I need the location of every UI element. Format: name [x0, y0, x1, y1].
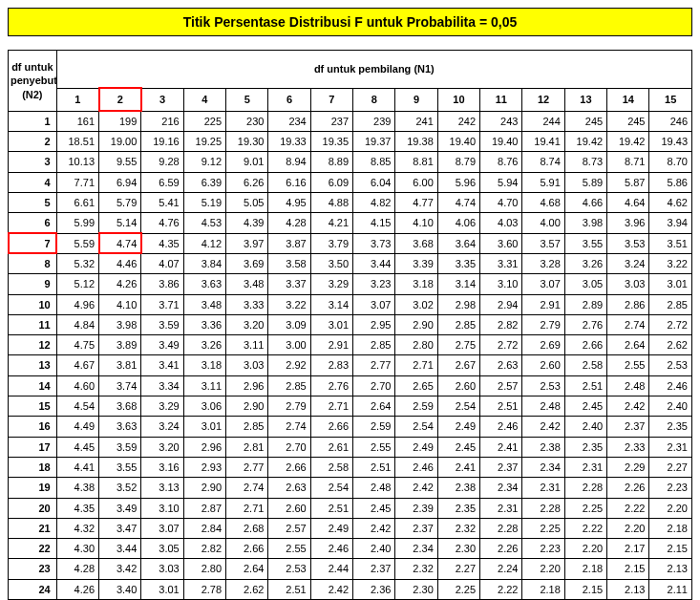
cell: 4.74: [99, 233, 141, 253]
cell: 2.90: [183, 478, 225, 498]
cell: 4.28: [56, 559, 98, 579]
col-header-4: 4: [183, 88, 225, 111]
cell: 2.33: [607, 437, 649, 457]
cell: 2.53: [522, 375, 564, 396]
cell: 2.20: [522, 559, 564, 579]
cell: 4.12: [183, 233, 225, 253]
cell: 4.88: [310, 193, 352, 213]
cell: 9.01: [226, 152, 268, 172]
cell: 3.44: [99, 539, 141, 559]
cell: 2.22: [607, 498, 649, 518]
row-key-22: 22: [9, 539, 57, 559]
cell: 3.44: [353, 253, 395, 273]
cell: 2.90: [395, 314, 437, 334]
col-header-2: 2: [99, 88, 141, 111]
cell: 2.71: [310, 396, 352, 417]
cell: 3.33: [226, 294, 268, 314]
col-header-11: 11: [480, 88, 522, 111]
cell: 2.37: [607, 417, 649, 437]
cell: 6.00: [395, 172, 437, 192]
cell: 3.96: [607, 213, 649, 233]
cell: 8.94: [268, 152, 310, 172]
cell: 2.45: [564, 396, 606, 417]
cell: 19.38: [395, 132, 437, 152]
cell: 4.60: [56, 375, 98, 396]
cell: 2.42: [395, 478, 437, 498]
cell: 3.11: [183, 375, 225, 396]
table-row: 194.383.523.132.902.742.632.542.482.422.…: [9, 478, 692, 498]
cell: 3.13: [141, 478, 183, 498]
cell: 2.40: [564, 417, 606, 437]
cell: 2.83: [310, 355, 352, 375]
cell: 3.49: [99, 498, 141, 518]
table-row: 95.124.263.863.633.483.373.293.233.183.1…: [9, 274, 692, 294]
cell: 2.40: [649, 396, 692, 417]
cell: 2.45: [353, 498, 395, 518]
cell: 2.62: [226, 579, 268, 599]
cell: 6.09: [310, 172, 352, 192]
cell: 5.96: [437, 172, 479, 192]
cell: 4.46: [99, 253, 141, 273]
cell: 4.00: [522, 213, 564, 233]
cell: 8.76: [480, 152, 522, 172]
cell: 3.01: [310, 314, 352, 334]
cell: 2.71: [226, 498, 268, 518]
col-header-8: 8: [353, 88, 395, 111]
cell: 2.93: [183, 457, 225, 477]
cell: 2.59: [353, 417, 395, 437]
cell: 2.37: [353, 559, 395, 579]
col-header-7: 7: [310, 88, 352, 111]
cell: 2.20: [649, 498, 692, 518]
row-key-12: 12: [9, 335, 57, 355]
cell: 8.81: [395, 152, 437, 172]
cell: 246: [649, 111, 692, 131]
cell: 4.07: [141, 253, 183, 273]
cell: 2.66: [564, 335, 606, 355]
cell: 2.28: [522, 498, 564, 518]
table-row: 204.353.493.102.872.712.602.512.452.392.…: [9, 498, 692, 518]
cell: 3.71: [141, 294, 183, 314]
cell: 245: [607, 111, 649, 131]
cell: 2.63: [268, 478, 310, 498]
cell: 4.49: [56, 417, 98, 437]
cell: 5.79: [99, 193, 141, 213]
cell: 3.48: [183, 294, 225, 314]
cell: 3.37: [268, 274, 310, 294]
cell: 2.35: [437, 498, 479, 518]
table-row: 234.283.423.032.802.642.532.442.372.322.…: [9, 559, 692, 579]
cell: 2.13: [607, 579, 649, 599]
cell: 3.20: [226, 314, 268, 334]
cell: 2.62: [649, 335, 692, 355]
cell: 3.35: [437, 253, 479, 273]
cell: 3.00: [268, 335, 310, 355]
cell: 2.41: [437, 457, 479, 477]
table-row: 56.615.795.415.195.054.954.884.824.774.7…: [9, 193, 692, 213]
cell: 2.31: [522, 478, 564, 498]
col-header-14: 14: [607, 88, 649, 111]
cell: 3.22: [268, 294, 310, 314]
cell: 2.25: [522, 518, 564, 538]
cell: 161: [56, 111, 98, 131]
cell: 2.58: [310, 457, 352, 477]
cell: 4.32: [56, 518, 98, 538]
cell: 2.20: [564, 539, 606, 559]
cell: 2.32: [395, 559, 437, 579]
cell: 3.10: [141, 498, 183, 518]
cell: 3.47: [99, 518, 141, 538]
cell: 3.59: [141, 314, 183, 334]
col-header-1: 1: [56, 88, 98, 111]
cell: 234: [268, 111, 310, 131]
cell: 3.24: [141, 417, 183, 437]
cell: 2.53: [268, 559, 310, 579]
cell: 3.64: [437, 233, 479, 253]
cell: 3.40: [99, 579, 141, 599]
cell: 2.72: [480, 335, 522, 355]
cell: 4.41: [56, 457, 98, 477]
cell: 6.26: [226, 172, 268, 192]
cell: 5.94: [480, 172, 522, 192]
table-row: 214.323.473.072.842.682.572.492.422.372.…: [9, 518, 692, 538]
cell: 19.40: [437, 132, 479, 152]
cell: 2.91: [310, 335, 352, 355]
cell: 3.59: [99, 437, 141, 457]
cell: 3.51: [649, 233, 692, 253]
